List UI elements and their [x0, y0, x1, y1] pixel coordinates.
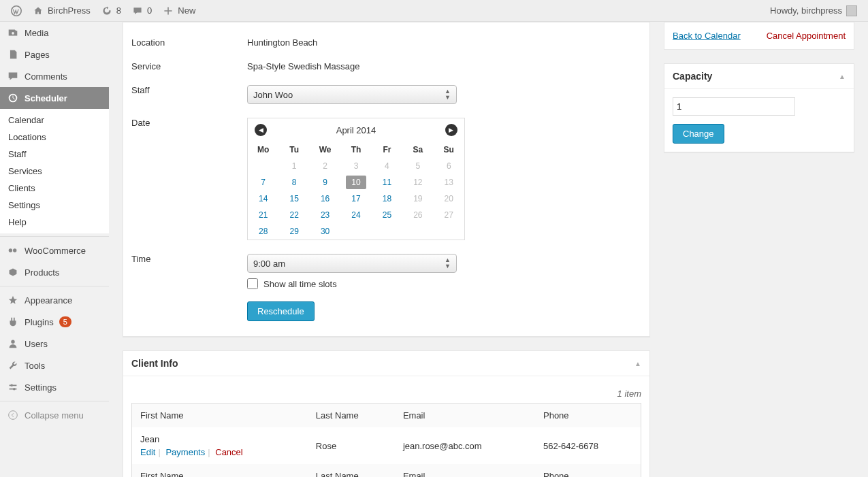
cal-day[interactable]: 28 — [248, 223, 278, 240]
cal-day[interactable]: 14 — [248, 191, 278, 207]
cal-day — [434, 223, 464, 240]
cal-day[interactable]: 10 — [340, 174, 371, 191]
change-button[interactable]: Change — [673, 124, 724, 144]
menu-comments[interactable]: Comments — [0, 65, 109, 87]
cal-next-button[interactable]: ▶ — [445, 124, 457, 136]
menu-plugins[interactable]: Plugins5 — [0, 311, 109, 333]
svg-point-6 — [10, 384, 13, 387]
cal-day: 19 — [402, 191, 433, 207]
site-name: BirchPress — [48, 5, 91, 16]
cal-day[interactable]: 7 — [248, 174, 278, 191]
submenu-help[interactable]: Help — [0, 214, 109, 231]
menu-scheduler[interactable]: Scheduler — [0, 87, 109, 109]
cal-day-header: Su — [434, 142, 464, 158]
submenu-staff[interactable]: Staff — [0, 146, 109, 163]
service-value: Spa-Style Swedish Massage — [247, 61, 641, 71]
cell-first: Jean — [140, 434, 159, 444]
submenu-settings[interactable]: Settings — [0, 197, 109, 214]
back-to-calendar-link[interactable]: Back to Calendar — [673, 31, 741, 41]
time-select[interactable]: 9:00 am▲▼ — [247, 254, 457, 273]
svg-point-4 — [13, 248, 16, 252]
menu-pages[interactable]: Pages — [0, 44, 109, 65]
staff-select[interactable]: John Woo▲▼ — [247, 85, 457, 104]
plugins-badge: 5 — [59, 316, 71, 327]
submenu-clients[interactable]: Clients — [0, 180, 109, 197]
cal-day[interactable]: 30 — [310, 223, 340, 240]
cal-day-header: Tu — [278, 142, 309, 158]
menu-appearance[interactable]: Appearance — [0, 286, 109, 311]
cal-day-header: Sa — [402, 142, 433, 158]
cal-day[interactable]: 29 — [278, 223, 309, 240]
col-last: Last Name — [308, 404, 395, 428]
cal-day[interactable]: 18 — [372, 191, 402, 207]
collapse-toggle-icon[interactable]: ▲ — [839, 73, 846, 80]
show-all-slots-label: Show all time slots — [263, 279, 337, 289]
new-label: New — [178, 5, 195, 16]
cal-day: 20 — [434, 191, 464, 207]
cal-day[interactable]: 22 — [278, 207, 309, 223]
howdy-text: Howdy, birchpress — [770, 5, 842, 16]
cal-day: 4 — [372, 158, 402, 174]
item-count: 1 item — [131, 384, 641, 403]
cell-last: Rose — [308, 427, 395, 464]
show-all-slots-checkbox[interactable] — [247, 278, 258, 289]
menu-media[interactable]: Media — [0, 22, 109, 44]
client-row: Jean Edit| Payments| Cancel Rose jean.ro… — [132, 427, 641, 464]
menu-tools[interactable]: Tools — [0, 355, 109, 376]
date-label: Date — [131, 118, 247, 240]
svg-point-3 — [9, 248, 12, 252]
cal-day — [402, 223, 433, 240]
cal-day[interactable]: 15 — [278, 191, 309, 207]
cal-prev-button[interactable]: ◀ — [255, 124, 267, 136]
menu-woocommerce[interactable]: WooCommerce — [0, 236, 109, 261]
cal-day[interactable]: 11 — [372, 174, 402, 191]
cal-day — [340, 223, 371, 240]
site-home[interactable]: BirchPress — [27, 0, 96, 22]
menu-collapse[interactable]: Collapse menu — [0, 401, 109, 426]
edit-link[interactable]: Edit — [140, 447, 155, 457]
submenu-locations[interactable]: Locations — [0, 129, 109, 146]
cancel-appointment-link[interactable]: Cancel Appointment — [767, 31, 846, 41]
wp-logo[interactable] — [5, 0, 27, 22]
service-label: Service — [131, 61, 247, 71]
cal-title: April 2014 — [336, 125, 376, 135]
cal-day: 26 — [402, 207, 433, 223]
cal-day[interactable]: 17 — [340, 191, 371, 207]
cal-day: 5 — [402, 158, 433, 174]
capacity-input[interactable] — [673, 97, 795, 116]
comments-bubble[interactable]: 0 — [127, 0, 157, 22]
cal-day — [372, 223, 402, 240]
staff-label: Staff — [131, 85, 247, 104]
cal-day[interactable]: 23 — [310, 207, 340, 223]
cal-day: 1 — [278, 158, 309, 174]
submenu-calendar[interactable]: Calendar — [0, 112, 109, 129]
cal-day: 12 — [402, 174, 433, 191]
reschedule-button[interactable]: Reschedule — [247, 301, 315, 321]
cal-day: 3 — [340, 158, 371, 174]
time-label: Time — [131, 254, 247, 321]
account-greeting[interactable]: Howdy, birchpress — [765, 0, 863, 22]
payments-link[interactable]: Payments — [165, 447, 205, 457]
menu-products[interactable]: Products — [0, 261, 109, 283]
submenu-services[interactable]: Services — [0, 163, 109, 180]
cal-day[interactable]: 16 — [310, 191, 340, 207]
cal-day — [248, 158, 278, 174]
menu-users[interactable]: Users — [0, 333, 109, 355]
cal-day[interactable]: 21 — [248, 207, 278, 223]
client-info-title: Client Info — [131, 358, 178, 369]
new-content[interactable]: New — [157, 0, 201, 22]
cal-day[interactable]: 9 — [310, 174, 340, 191]
svg-point-7 — [13, 388, 16, 391]
cal-day[interactable]: 25 — [372, 207, 402, 223]
cal-day[interactable]: 24 — [340, 207, 371, 223]
cal-day[interactable]: 8 — [278, 174, 309, 191]
col-phone: Phone — [535, 404, 641, 428]
cell-phone: 562-642-6678 — [535, 427, 641, 464]
select-arrows-icon: ▲▼ — [445, 88, 451, 101]
collapse-toggle-icon[interactable]: ▲ — [634, 360, 641, 367]
avatar — [846, 5, 857, 16]
cancel-link[interactable]: Cancel — [215, 447, 242, 457]
updates[interactable]: 8 — [96, 0, 127, 22]
select-arrows-icon: ▲▼ — [445, 257, 451, 269]
menu-settings[interactable]: Settings — [0, 376, 109, 398]
